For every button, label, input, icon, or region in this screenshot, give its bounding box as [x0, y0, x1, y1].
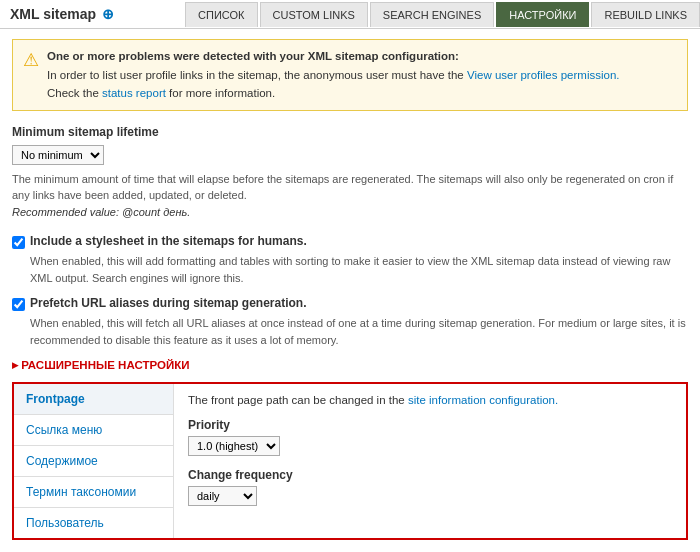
checkbox-stylesheet[interactable] — [12, 236, 25, 249]
warning-text: One or more problems were detected with … — [47, 48, 620, 102]
main-content: ⚠ One or more problems were detected wit… — [0, 29, 700, 552]
bottom-panel: FrontpageСсылка менюСодержимоеТермин так… — [12, 382, 688, 540]
page-title-area: XML sitemap ⊕ — [0, 0, 124, 28]
minimum-sitemap-title: Minimum sitemap lifetime — [12, 125, 688, 139]
change-frequency-select[interactable]: alwayshourlydailyweeklymonthlyyearlyneve… — [188, 486, 257, 506]
tab-nastrojki[interactable]: НАСТРОЙКИ — [496, 2, 589, 27]
checkbox-prefetch-label[interactable]: Prefetch URL aliases during sitemap gene… — [12, 296, 688, 311]
change-frequency-select-row: alwayshourlydailyweeklymonthlyyearlyneve… — [188, 486, 672, 506]
checkbox-prefetch-description: When enabled, this will fetch all URL al… — [30, 315, 688, 348]
sidebar-item-soderzhimoe[interactable]: Содержимое — [14, 446, 173, 477]
minimum-sitemap-description: The minimum amount of time that will ela… — [12, 171, 688, 221]
tab-search-engines[interactable]: SEARCH ENGINES — [370, 2, 494, 27]
priority-field-group: Priority 1.0 (highest)0.90.80.70.60.5 (n… — [188, 418, 672, 456]
minimum-sitemap-select-row: No minimum1 hour6 hours12 hours1 day1 we… — [12, 145, 688, 165]
warning-line2: In order to list user profile links in t… — [47, 67, 620, 84]
plus-icon[interactable]: ⊕ — [102, 6, 114, 22]
checkbox-stylesheet-label[interactable]: Include a stylesheet in the sitemaps for… — [12, 234, 688, 249]
sidebar-item-frontpage[interactable]: Frontpage — [14, 384, 173, 415]
sidebar-list: FrontpageСсылка менюСодержимоеТермин так… — [14, 384, 174, 538]
page-title: XML sitemap — [10, 6, 96, 22]
checkbox-stylesheet-section: Include a stylesheet in the sitemaps for… — [12, 234, 688, 286]
sidebar-item-polzovatel[interactable]: Пользователь — [14, 508, 173, 538]
warning-icon: ⚠ — [23, 49, 39, 71]
checkbox-prefetch[interactable] — [12, 298, 25, 311]
tab-rebuild-links[interactable]: REBUILD LINKS — [591, 2, 700, 27]
page-header: XML sitemap ⊕ СПИСОКCUSTOM LINKSSEARCH E… — [0, 0, 700, 29]
right-panel-info: The front page path can be changed in th… — [188, 394, 672, 406]
checkbox-stylesheet-description: When enabled, this will add formatting a… — [30, 253, 688, 286]
checkbox-prefetch-section: Prefetch URL aliases during sitemap gene… — [12, 296, 688, 348]
site-info-link[interactable]: site information configuration. — [408, 394, 558, 406]
priority-select-row: 1.0 (highest)0.90.80.70.60.5 (normal)0.4… — [188, 436, 672, 456]
tab-spisok[interactable]: СПИСОК — [185, 2, 257, 27]
right-panel: The front page path can be changed in th… — [174, 384, 686, 538]
warning-box: ⚠ One or more problems were detected wit… — [12, 39, 688, 111]
priority-label: Priority — [188, 418, 672, 432]
expandable-header[interactable]: ▸ РАСШИРЕННЫЕ НАСТРОЙКИ — [12, 358, 189, 372]
warning-bold-line: One or more problems were detected with … — [47, 48, 620, 65]
sidebar-item-termin-taksonomii[interactable]: Термин таксономии — [14, 477, 173, 508]
sidebar-item-ssylka-menu[interactable]: Ссылка меню — [14, 415, 173, 446]
tab-custom-links[interactable]: CUSTOM LINKS — [260, 2, 368, 27]
tabs-bar: СПИСОКCUSTOM LINKSSEARCH ENGINESНАСТРОЙК… — [124, 2, 700, 27]
view-user-profiles-link[interactable]: View user profiles permission. — [467, 69, 620, 81]
change-frequency-field-group: Change frequency alwayshourlydailyweekly… — [188, 468, 672, 506]
priority-select[interactable]: 1.0 (highest)0.90.80.70.60.5 (normal)0.4… — [188, 436, 280, 456]
status-report-link[interactable]: status report — [102, 87, 166, 99]
minimum-sitemap-select[interactable]: No minimum1 hour6 hours12 hours1 day1 we… — [12, 145, 104, 165]
warning-line3: Check the status report for more informa… — [47, 85, 620, 102]
change-frequency-label: Change frequency — [188, 468, 672, 482]
